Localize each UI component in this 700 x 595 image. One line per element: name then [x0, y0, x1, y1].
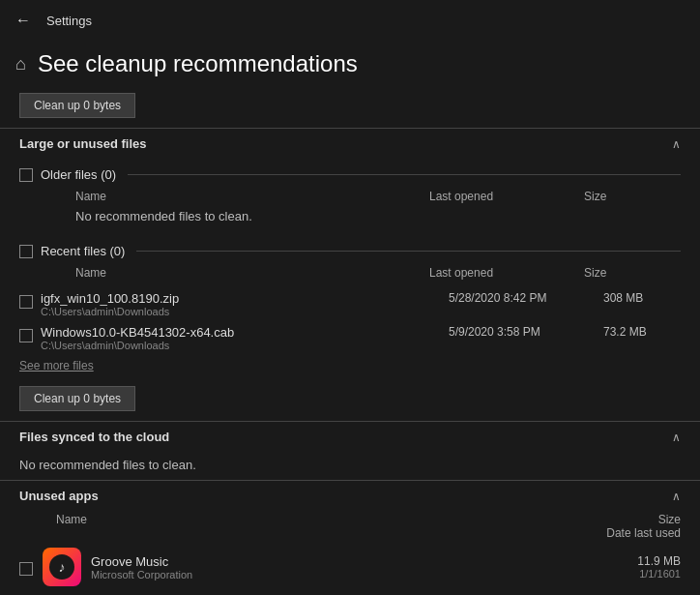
unused-apps-title: Unused apps [19, 489, 99, 503]
older-files-col-headers: Name Last opened Size [19, 186, 681, 205]
file-1-info: igfx_win10_100.8190.zip C:\Users\admin\D… [41, 291, 449, 317]
page-title: See cleanup recommendations [38, 50, 358, 77]
file-2-checkbox[interactable] [19, 329, 33, 342]
header: ← Settings [0, 0, 700, 41]
older-files-checkbox-row: Older files (0) [19, 163, 681, 186]
files-cloud-chevron: ∧ [672, 431, 681, 444]
home-icon: ⌂ [15, 54, 26, 74]
large-unused-section-header[interactable]: Large or unused files ∧ [0, 128, 700, 159]
col-name-2: Name [75, 266, 429, 280]
groove-app-date: 1/1/1601 [637, 568, 681, 580]
unused-apps-col-date: Date last used [606, 526, 681, 540]
file-2-info: Windows10.0-KB4541302-x64.cab C:\Users\a… [41, 325, 449, 351]
recent-files-col-headers: Name Last opened Size [19, 262, 681, 282]
files-cloud-no-msg: No recommended files to clean. [0, 452, 700, 480]
col-last-opened-2: Last opened [429, 266, 584, 280]
recent-files-checkbox-row: Recent files (0) [19, 239, 681, 262]
older-files-no-msg: No recommended files to clean. [19, 205, 681, 231]
file-1-path: C:\Users\admin\Downloads [41, 306, 449, 317]
older-files-divider [128, 174, 681, 175]
col-size-2: Size [584, 266, 661, 280]
file-1-checkbox[interactable] [19, 295, 33, 309]
recent-files-label: Recent files (0) [41, 244, 125, 258]
groove-app-name: Groove Music [91, 554, 627, 569]
recent-files-divider [136, 251, 681, 252]
col-name: Name [75, 190, 429, 203]
files-cloud-section-header[interactable]: Files synced to the cloud ∧ [0, 421, 700, 452]
music-note-icon: ♪ [59, 559, 66, 575]
file-row-1: igfx_win10_100.8190.zip C:\Users\admin\D… [0, 285, 700, 319]
file-2-name: Windows10.0-KB4541302-x64.cab [41, 325, 449, 340]
unused-apps-col-size: Size [606, 513, 681, 526]
back-icon: ← [15, 12, 31, 28]
file-1-date: 5/28/2020 8:42 PM [449, 291, 603, 305]
groove-app-size: 11.9 MB [637, 554, 681, 568]
recent-files-checkbox[interactable] [19, 245, 33, 258]
older-files-label: Older files (0) [41, 167, 116, 182]
unused-apps-chevron: ∧ [672, 490, 681, 503]
file-2-path: C:\Users\admin\Downloads [41, 340, 449, 351]
older-files-checkbox[interactable] [19, 168, 33, 182]
file-row-2: Windows10.0-KB4541302-x64.cab C:\Users\a… [0, 319, 700, 353]
unused-apps-col-name: Name [56, 513, 87, 540]
groove-icon-inner: ♪ [49, 554, 74, 580]
back-button[interactable]: ← [12, 8, 35, 33]
older-files-subsection: Older files (0) Name Last opened Size No… [0, 159, 700, 235]
header-title: Settings [46, 14, 92, 28]
groove-app-icon: ♪ [43, 548, 81, 586]
recent-files-subsection: Recent files (0) Name Last opened Size [0, 235, 700, 285]
large-unused-chevron: ∧ [672, 137, 681, 151]
unused-apps-section-header[interactable]: Unused apps ∧ [0, 480, 700, 511]
top-clean-button[interactable]: Clean up 0 bytes [19, 93, 135, 118]
app-groove-checkbox[interactable] [19, 562, 33, 576]
app-row-groove: ♪ Groove Music Microsoft Corporation 11.… [0, 540, 700, 594]
large-unused-title: Large or unused files [19, 136, 146, 151]
file-1-name: igfx_win10_100.8190.zip [41, 291, 449, 306]
groove-app-size-col: 11.9 MB 1/1/1601 [637, 554, 681, 580]
files-cloud-title: Files synced to the cloud [19, 430, 169, 444]
file-2-size: 73.2 MB [603, 325, 681, 339]
page-title-row: ⌂ See cleanup recommendations [0, 41, 700, 87]
file-1-size: 308 MB [603, 291, 681, 305]
bottom-clean-button[interactable]: Clean up 0 bytes [19, 386, 135, 411]
see-more-files[interactable]: See more files [0, 353, 700, 380]
col-last-opened: Last opened [429, 190, 584, 203]
file-2-date: 5/9/2020 3:58 PM [449, 325, 603, 339]
groove-app-publisher: Microsoft Corporation [91, 569, 627, 580]
col-size: Size [584, 190, 661, 203]
groove-app-info: Groove Music Microsoft Corporation [91, 554, 627, 580]
